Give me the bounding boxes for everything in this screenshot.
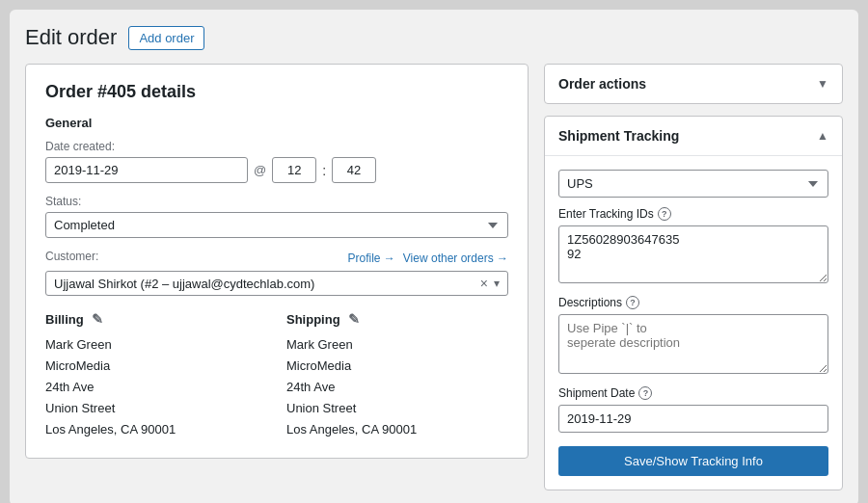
status-section: Status: Completed (45, 195, 508, 238)
customer-dropdown-icon[interactable]: ▾ (494, 277, 500, 290)
billing-header: Billing ✎ (45, 311, 267, 327)
billing-address: Mark Green MicroMedia 24th Ave Union Str… (45, 334, 267, 440)
shipping-heading: Shipping (286, 312, 340, 327)
shipment-tracking-header[interactable]: Shipment Tracking ▲ (545, 117, 842, 156)
general-heading: General (45, 116, 508, 130)
date-label: Date created: (45, 140, 508, 153)
shipment-tracking-chevron-icon: ▲ (817, 129, 828, 143)
descriptions-help-icon[interactable]: ? (626, 296, 639, 309)
order-actions-header[interactable]: Order actions ▼ (545, 65, 842, 103)
time-hour-input[interactable] (272, 157, 316, 183)
outer-container: Edit order Add order Order #405 details … (10, 10, 858, 503)
customer-input-row: × ▾ (45, 271, 508, 296)
customer-label: Customer: (45, 250, 98, 263)
shipping-address: Mark Green MicroMedia 24th Ave Union Str… (286, 334, 508, 440)
shipment-tracking-title: Shipment Tracking (558, 128, 679, 144)
date-row: @ : (45, 157, 508, 183)
descriptions-label: Descriptions (558, 296, 622, 309)
tracking-ids-label-row: Enter Tracking IDs ? (558, 207, 828, 221)
time-colon: : (322, 163, 326, 178)
status-label: Status: (45, 195, 508, 208)
billing-address2: Union Street (45, 398, 267, 419)
profile-link[interactable]: Profile → (347, 252, 394, 265)
billing-address1: 24th Ave (45, 377, 267, 398)
main-layout: Order #405 details General Date created:… (25, 64, 843, 490)
shipping-edit-icon[interactable]: ✎ (348, 311, 360, 327)
page-header: Edit order Add order (25, 25, 843, 50)
order-details-title: Order #405 details (45, 82, 508, 102)
customer-section: Customer: Profile → View other orders → … (45, 250, 508, 296)
billing-heading: Billing (45, 312, 84, 327)
customer-input[interactable] (54, 277, 480, 291)
left-panel: Order #405 details General Date created:… (25, 64, 529, 459)
at-sign: @ (254, 163, 266, 177)
order-actions-chevron-icon: ▼ (817, 77, 828, 91)
billing-name: Mark Green (45, 334, 267, 356)
billing-edit-icon[interactable]: ✎ (92, 311, 103, 327)
customer-clear-icon[interactable]: × (480, 276, 488, 291)
add-order-button[interactable]: Add order (128, 26, 204, 50)
tracking-ids-label: Enter Tracking IDs (558, 207, 654, 221)
customer-links: Profile → View other orders → (347, 252, 508, 265)
shipment-date-label-row: Shipment Date ? (558, 386, 828, 400)
shipping-city-state: Los Angeles, CA 90001 (286, 419, 508, 440)
billing-city-state: Los Angeles, CA 90001 (45, 419, 267, 440)
shipment-date-label: Shipment Date (558, 386, 635, 400)
shipment-body: UPS USPS FedEx DHL Enter Tracking IDs ? … (545, 156, 842, 490)
order-actions-title: Order actions (558, 76, 646, 92)
descriptions-textarea[interactable] (558, 314, 828, 374)
page-title: Edit order (25, 25, 117, 50)
date-input[interactable] (45, 157, 248, 183)
shipping-company: MicroMedia (286, 356, 508, 377)
descriptions-label-row: Descriptions ? (558, 296, 828, 309)
status-select[interactable]: Completed (45, 212, 508, 238)
time-minute-input[interactable] (332, 157, 376, 183)
billing-col: Billing ✎ Mark Green MicroMedia 24th Ave… (45, 311, 267, 440)
tracking-ids-textarea[interactable]: 1Z56028903647635 92 (558, 225, 828, 283)
billing-company: MicroMedia (45, 356, 267, 377)
customer-label-row: Customer: Profile → View other orders → (45, 250, 508, 267)
shipment-date-help-icon[interactable]: ? (638, 386, 652, 400)
right-panel: Order actions ▼ Shipment Tracking ▲ UPS … (544, 64, 843, 490)
save-tracking-button[interactable]: Save/Show Tracking Info (558, 446, 828, 476)
shipping-name: Mark Green (286, 334, 508, 356)
shipping-header: Shipping ✎ (286, 311, 508, 327)
shipping-address1: 24th Ave (286, 377, 508, 398)
shipment-date-input[interactable] (558, 405, 828, 433)
order-actions-box: Order actions ▼ (544, 64, 843, 104)
shipping-address2: Union Street (286, 398, 508, 419)
shipping-col: Shipping ✎ Mark Green MicroMedia 24th Av… (286, 311, 508, 440)
shipment-tracking-box: Shipment Tracking ▲ UPS USPS FedEx DHL E… (544, 116, 843, 490)
tracking-ids-help-icon[interactable]: ? (658, 207, 671, 221)
billing-shipping-row: Billing ✎ Mark Green MicroMedia 24th Ave… (45, 311, 508, 440)
view-orders-link[interactable]: View other orders → (403, 252, 508, 265)
carrier-select[interactable]: UPS USPS FedEx DHL (558, 170, 828, 198)
